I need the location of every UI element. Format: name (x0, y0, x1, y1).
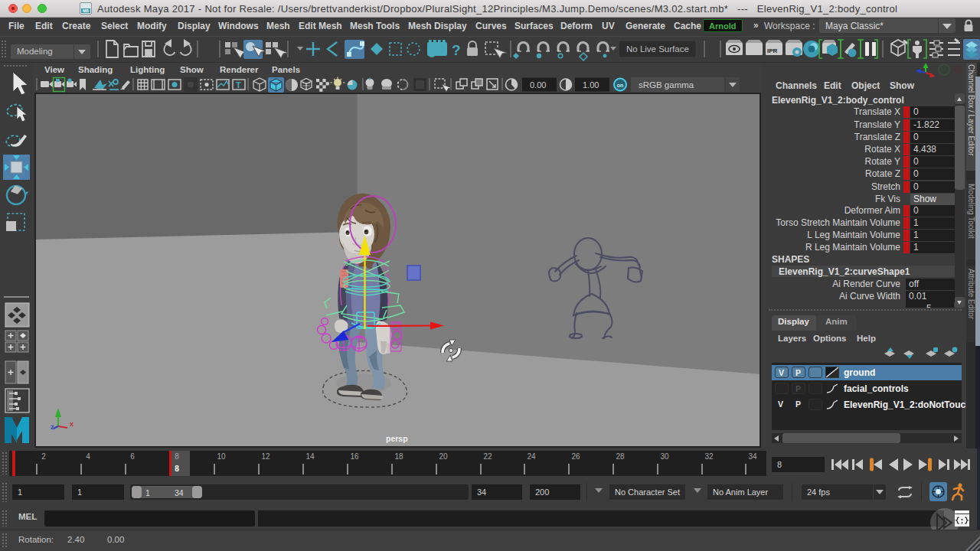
svg-text:18: 18 (394, 452, 403, 461)
svg-text:on: on (617, 83, 624, 88)
svg-text:20: 20 (439, 452, 448, 461)
svg-text:26: 26 (571, 452, 580, 461)
svg-text:8: 8 (777, 460, 782, 469)
svg-text:No Live Surface: No Live Surface (626, 44, 689, 54)
svg-text:IPR: IPR (767, 47, 778, 54)
svg-text:16: 16 (350, 452, 359, 461)
svg-text:sRGB gamma: sRGB gamma (639, 80, 694, 90)
svg-text:12: 12 (261, 452, 270, 461)
svg-text:2: 2 (41, 452, 46, 461)
svg-text:8: 8 (175, 452, 179, 461)
svg-text:6: 6 (130, 452, 135, 461)
svg-text:22: 22 (483, 452, 492, 461)
svg-text:?: ? (452, 42, 461, 58)
svg-text:persp: persp (386, 434, 408, 443)
svg-text:1.00: 1.00 (583, 80, 599, 90)
svg-text:x: x (70, 420, 74, 428)
svg-text:8: 8 (175, 465, 179, 473)
svg-text:28: 28 (616, 452, 625, 461)
svg-text:14: 14 (305, 452, 315, 461)
svg-text:0.00: 0.00 (530, 80, 546, 90)
svg-text:z: z (51, 423, 54, 431)
svg-text:T: T (236, 80, 241, 90)
svg-text:4: 4 (86, 452, 90, 461)
svg-text:34: 34 (748, 452, 757, 461)
svg-text:10: 10 (217, 452, 226, 461)
svg-text:30: 30 (660, 452, 669, 461)
svg-text:32: 32 (704, 452, 714, 461)
svg-text:24: 24 (527, 452, 536, 461)
